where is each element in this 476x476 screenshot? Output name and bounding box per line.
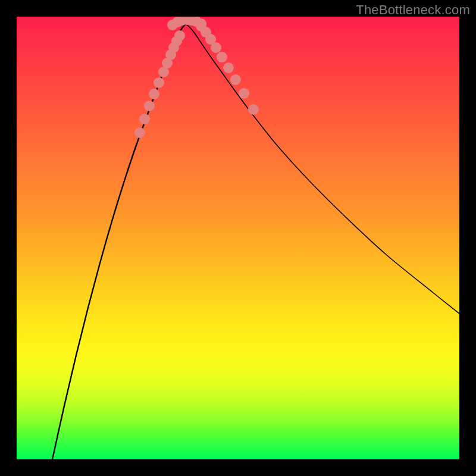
marker-dot bbox=[134, 127, 145, 138]
chart-plot-area bbox=[17, 17, 459, 459]
watermark-text: TheBottleneck.com bbox=[356, 2, 470, 18]
marker-dot bbox=[139, 114, 150, 124]
marker-dot bbox=[174, 30, 185, 41]
chart-svg bbox=[17, 17, 459, 459]
markers-right-marker-band bbox=[196, 21, 259, 115]
marker-dot bbox=[154, 77, 164, 88]
markers-left-marker-band bbox=[134, 30, 185, 138]
curve-left-curve bbox=[52, 24, 186, 459]
marker-dot bbox=[144, 101, 155, 111]
marker-dot bbox=[230, 74, 241, 85]
marker-dot bbox=[248, 104, 259, 115]
chart-frame: TheBottleneck.com bbox=[0, 0, 476, 476]
marker-dot bbox=[223, 62, 234, 73]
marker-dot bbox=[211, 42, 221, 53]
marker-dot bbox=[217, 52, 227, 62]
marker-dot bbox=[149, 89, 159, 99]
marker-dot bbox=[239, 88, 249, 99]
